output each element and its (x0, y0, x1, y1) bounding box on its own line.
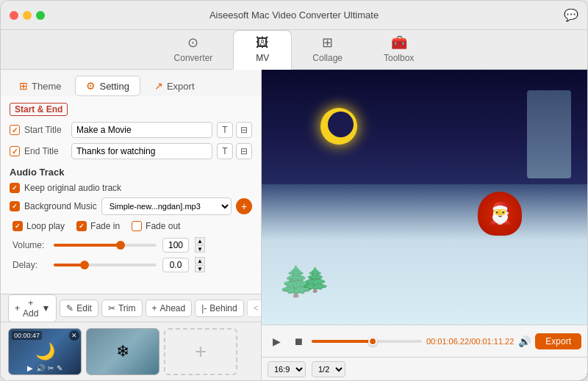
edit-button[interactable]: ✎ Edit (60, 300, 98, 317)
start-title-input[interactable] (71, 122, 212, 138)
delay-stepper[interactable]: ▲ ▼ (195, 257, 205, 272)
moon-graphic (320, 108, 357, 145)
tab-converter[interactable]: ⊙ Converter (154, 30, 234, 69)
stop-button[interactable]: ⏹ (290, 333, 307, 350)
volume-slider[interactable] (54, 244, 157, 247)
end-title-actions: T ⊟ (217, 143, 252, 159)
ahead-icon: + (152, 303, 157, 313)
start-title-actions: T ⊟ (217, 122, 252, 138)
delay-up[interactable]: ▲ (195, 257, 205, 264)
end-title-input[interactable] (71, 143, 212, 159)
export-button[interactable]: Export (535, 333, 581, 349)
tab-collage-label: Collage (312, 53, 343, 63)
export-icon: ↗ (154, 80, 163, 92)
tab-mv[interactable]: 🖼 MV (233, 30, 292, 70)
add-button[interactable]: + + Add ▼ (8, 294, 57, 322)
aspect-ratio-select[interactable]: 16:9 (268, 361, 306, 377)
close-button[interactable] (10, 11, 18, 20)
zoom-select[interactable]: 1/2 (312, 361, 345, 377)
loop-play-option[interactable]: Loop play (12, 221, 65, 231)
forward-button[interactable]: < Forward (247, 300, 262, 317)
end-title-font-btn[interactable]: T (217, 143, 233, 159)
fade-out-option[interactable]: Fade out (132, 221, 180, 231)
audio-track-label: Audio Track (10, 167, 252, 178)
subtab-setting[interactable]: ⚙ Setting (75, 76, 140, 96)
thumbnail-1[interactable]: 🌙 ✕ 00:00:47 ▶ 🔊 ✂ ✎ (8, 328, 82, 375)
delay-down[interactable]: ▼ (195, 265, 205, 272)
add-music-btn[interactable]: + (236, 198, 252, 214)
loop-play-checkbox[interactable] (12, 221, 23, 231)
background-building (527, 90, 571, 178)
play-button[interactable]: ▶ (268, 333, 285, 350)
snow-area (262, 184, 587, 324)
video-controls: ▶ ⏹ 00:01:06.22/00:01:11.22 🔊 Export (262, 324, 587, 357)
thumbnail-2[interactable]: ❄ (86, 328, 159, 375)
volume-up[interactable]: ▲ (195, 237, 205, 244)
thumb1-play-icon: ▶ (27, 364, 33, 372)
video-area: 🎅 🌲 🌲 (262, 70, 587, 324)
end-title-checkbox[interactable] (10, 146, 20, 156)
delay-slider[interactable] (54, 264, 157, 266)
app-window: Aiseesoft Mac Video Converter Ultimate 💬… (0, 0, 588, 381)
trim-label: Trim (118, 303, 136, 313)
thumbnails-row: 🌙 ✕ 00:00:47 ▶ 🔊 ✂ ✎ ❄ (1, 322, 261, 380)
start-title-row: Start Title T ⊟ (10, 122, 252, 138)
end-title-label: End Title (24, 146, 67, 156)
collage-icon: ⊞ (322, 35, 333, 51)
fade-in-option[interactable]: Fade in (76, 221, 120, 231)
content-area: ⊞ Theme ⚙ Setting ↗ Export Start & End (1, 70, 587, 380)
add-thumbnail-btn[interactable]: + (164, 328, 237, 375)
right-panel: 🎅 🌲 🌲 ▶ ⏹ 00:01:06.22/00:01:11.22 🔊 (262, 70, 587, 380)
subtab-theme-label: Theme (32, 81, 61, 92)
window-title: Aiseesoft Mac Video Converter Ultimate (209, 10, 379, 21)
behind-button[interactable]: |- Behind (195, 300, 244, 317)
tab-toolbox-label: Toolbox (384, 53, 414, 63)
start-title-checkbox[interactable] (10, 125, 20, 135)
toolbox-icon: 🧰 (391, 35, 407, 51)
end-title-grid-btn[interactable]: ⊟ (236, 143, 252, 159)
minimize-button[interactable] (23, 11, 32, 20)
delay-label: Delay: (12, 260, 48, 270)
thumb1-audio-icon: 🔊 (36, 364, 45, 372)
end-title-row: End Title T ⊟ (10, 143, 252, 159)
volume-value: 100 (162, 238, 189, 253)
start-title-font-btn[interactable]: T (217, 122, 233, 138)
add-label: + Add (23, 298, 38, 319)
edit-icon: ✎ (66, 303, 74, 313)
controls-row2: 16:9 1/2 (262, 357, 587, 380)
tree-right: 🌲 (301, 266, 330, 294)
forward-icon: < (254, 303, 259, 313)
volume-row: Volume: 100 ▲ ▼ (10, 237, 252, 253)
message-icon[interactable]: 💬 (564, 8, 578, 22)
subtab-theme[interactable]: ⊞ Theme (8, 76, 72, 96)
subtab-export[interactable]: ↗ Export (143, 76, 206, 96)
volume-down[interactable]: ▼ (195, 245, 205, 253)
maximize-button[interactable] (36, 11, 45, 20)
progress-bar[interactable] (312, 340, 422, 343)
thumb1-close[interactable]: ✕ (69, 330, 79, 341)
santa-figure: 🎅 (478, 192, 522, 236)
theme-grid-icon: ⊞ (19, 80, 28, 92)
bottom-toolbar: + + Add ▼ ✎ Edit ✂ Trim + Ahead |- (1, 294, 261, 322)
ahead-button[interactable]: + Ahead (146, 300, 193, 317)
tab-collage[interactable]: ⊞ Collage (292, 30, 363, 69)
delay-row: Delay: 0.0 ▲ ▼ (10, 257, 252, 272)
trim-button[interactable]: ✂ Trim (101, 300, 143, 317)
behind-label: Behind (209, 303, 237, 313)
tab-toolbox[interactable]: 🧰 Toolbox (363, 30, 434, 69)
ahead-label: Ahead (160, 303, 186, 313)
fade-in-checkbox[interactable] (76, 221, 87, 231)
edit-label: Edit (76, 303, 92, 313)
volume-button[interactable]: 🔊 (518, 335, 531, 347)
bg-music-checkbox[interactable] (10, 201, 20, 211)
start-title-grid-btn[interactable]: ⊟ (236, 122, 252, 138)
video-scene: 🎅 🌲 🌲 (262, 70, 587, 324)
start-title-label: Start Title (24, 125, 67, 135)
music-select[interactable]: Simple-new...ngdan].mp3 (101, 197, 232, 215)
keep-original-checkbox[interactable] (10, 183, 20, 193)
audio-options-row: Loop play Fade in Fade out (10, 221, 252, 231)
trim-icon: ✂ (108, 303, 115, 313)
volume-stepper[interactable]: ▲ ▼ (195, 237, 205, 253)
time-total: 00:01:11.22 (471, 337, 514, 346)
fade-out-checkbox[interactable] (132, 221, 142, 231)
